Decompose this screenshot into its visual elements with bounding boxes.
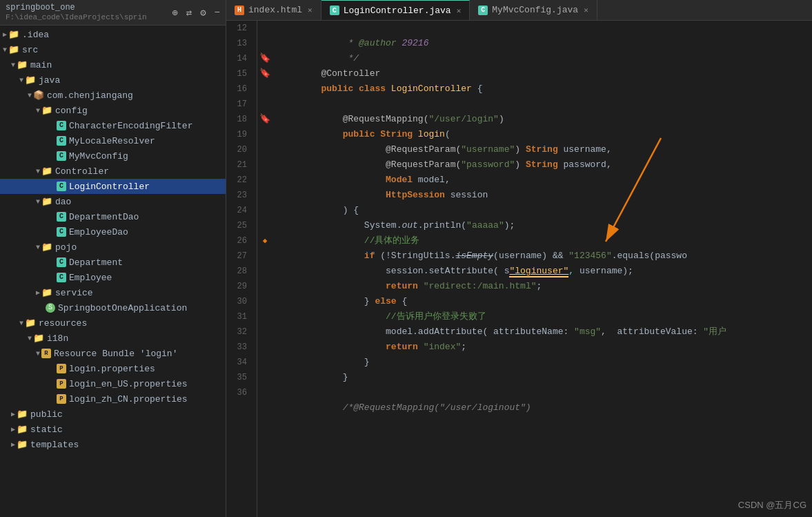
- sidebar-item-label: Department: [69, 257, 123, 268]
- sidebar-item-dept-dao[interactable]: C DepartmentDao: [0, 209, 226, 224]
- sidebar-item-bundle[interactable]: ▼ R Resource Bundle 'login': [0, 346, 226, 361]
- sidebar-item-label: main: [30, 60, 52, 70]
- java-file-icon: C: [57, 257, 66, 267]
- sidebar-item-emp-dao[interactable]: C EmployeeDao: [0, 224, 226, 240]
- folder-icon: 📁: [41, 196, 52, 207]
- add-icon[interactable]: ⊕: [172, 7, 177, 19]
- sidebar-item-label: java: [39, 75, 60, 86]
- sidebar-item-label: login_en_US.properties: [69, 379, 188, 389]
- folder-icon: 📁: [17, 424, 28, 435]
- sidebar-item-public[interactable]: ▶ 📁 public: [0, 407, 226, 422]
- sidebar-item-label: service: [55, 288, 93, 298]
- tab-index[interactable]: H index.html ✕: [226, 0, 321, 20]
- folder-icon: 📁: [17, 59, 28, 70]
- arrow-icon: ▼: [3, 46, 7, 54]
- java-file-icon: C: [57, 182, 66, 191]
- sidebar-item-app[interactable]: S SpringbootOneApplication: [0, 300, 226, 315]
- sidebar-header: springboot_one F:\idea_code\IdeaProjects…: [0, 0, 226, 26]
- sidebar-item-login-en[interactable]: P login_en_US.properties: [0, 376, 226, 391]
- tab-close-btn[interactable]: ✕: [584, 6, 588, 14]
- folder-icon: 📁: [25, 75, 36, 86]
- arrow-icon: ▼: [36, 168, 40, 175]
- sidebar-item-label: config: [55, 106, 88, 116]
- folder-icon: 📁: [17, 439, 28, 450]
- sidebar-item-resources[interactable]: ▼ 📁 resources: [0, 315, 226, 331]
- arrow-icon: ▼: [11, 61, 15, 69]
- html-file-icon: H: [235, 6, 244, 15]
- sidebar-item-label: public: [30, 409, 63, 420]
- sidebar-item-label: dao: [55, 197, 71, 207]
- tab-close-btn[interactable]: ✕: [308, 6, 313, 14]
- spring-icon: S: [46, 303, 55, 313]
- gutter: 🔖 🔖 🔖 ◆: [257, 21, 273, 517]
- sidebar-item-label: Resource Bundle 'login': [54, 349, 177, 359]
- code-content[interactable]: * @author 29216 */ @Controller public cl…: [273, 21, 812, 517]
- sidebar-item-main[interactable]: ▼ 📁 main: [0, 57, 226, 72]
- sidebar-item-login-props[interactable]: P login.properties: [0, 361, 226, 376]
- sidebar-item-label: .idea: [22, 30, 49, 40]
- sidebar-item-java[interactable]: ▼ 📁 java: [0, 72, 226, 88]
- java-file-icon: C: [57, 273, 66, 282]
- sidebar-item-label: resources: [39, 318, 87, 329]
- sidebar-item-controller-folder[interactable]: ▼ 📁 Controller: [0, 164, 226, 179]
- tab-login-controller[interactable]: C LoginController.java ✕: [321, 0, 471, 20]
- sidebar-item-employee[interactable]: C Employee: [0, 270, 226, 285]
- folder-icon: 📁: [17, 409, 28, 420]
- sidebar-item-label: MyMvcConfig: [69, 151, 128, 162]
- minimize-icon[interactable]: −: [215, 7, 220, 18]
- settings-icon[interactable]: ⚙: [200, 7, 206, 19]
- sidebar-item-i18n[interactable]: ▼ 📁 i18n: [0, 331, 226, 346]
- sidebar-item-label: EmployeeDao: [69, 227, 128, 237]
- tab-label: index.html: [248, 5, 302, 15]
- code-line-12: * @author 29216: [278, 21, 806, 36]
- sidebar-item-label: i18n: [47, 333, 68, 344]
- sidebar-item-login-zh[interactable]: P login_zh_CN.properties: [0, 391, 226, 407]
- sidebar-item-src[interactable]: ▼ 📁 src: [0, 42, 226, 57]
- folder-icon: 📁: [8, 44, 19, 55]
- package-icon: 📦: [33, 90, 44, 101]
- swap-icon[interactable]: ⇄: [186, 7, 192, 19]
- sidebar-item-label: login_zh_CN.properties: [69, 394, 188, 404]
- code-line-35: [278, 370, 806, 385]
- editor-area: H index.html ✕ C LoginController.java ✕ …: [226, 0, 812, 517]
- bundle-icon: R: [41, 349, 51, 358]
- sidebar-item-label: DepartmentDao: [69, 212, 139, 222]
- sidebar-item-label: LoginController: [69, 182, 150, 192]
- arrow-icon: ▶: [11, 425, 15, 433]
- sidebar-item-login-controller[interactable]: C LoginController: [0, 179, 226, 194]
- sidebar-item-label: pojo: [55, 242, 77, 253]
- sidebar-item-label: MyLocaleResolver: [69, 136, 155, 146]
- properties-icon: P: [57, 379, 66, 389]
- arrow-icon: ▼: [19, 77, 23, 84]
- line-numbers: 12 13 14 15 16 17 18 19 20 21 22 23 24 2…: [226, 21, 257, 517]
- project-tree: ▶ 📁 .idea ▼ 📁 src ▼ 📁 main ▼ 📁 java: [0, 26, 226, 453]
- sidebar-item-label: SpringbootOneApplication: [58, 303, 187, 313]
- sidebar-item-package[interactable]: ▼ 📦 com.chenjiangang: [0, 88, 226, 103]
- sidebar-item-department[interactable]: C Department: [0, 255, 226, 270]
- java-file-icon: C: [57, 136, 66, 146]
- arrow-icon: ▶: [11, 440, 15, 449]
- sidebar-item-label: src: [22, 45, 38, 55]
- sidebar-item-templates[interactable]: ▶ 📁 templates: [0, 437, 226, 452]
- tab-close-btn[interactable]: ✕: [457, 6, 462, 15]
- properties-icon: P: [57, 394, 66, 404]
- sidebar-item-static[interactable]: ▶ 📁 static: [0, 422, 226, 437]
- arrow-icon: ▼: [36, 350, 40, 358]
- sidebar-item-dao[interactable]: ▼ 📁 dao: [0, 194, 226, 209]
- code-editor[interactable]: 12 13 14 15 16 17 18 19 20 21 22 23 24 2…: [226, 21, 812, 517]
- arrow-icon: ▼: [36, 198, 40, 206]
- arrow-icon: ▼: [36, 244, 40, 251]
- folder-icon: 📁: [41, 105, 52, 116]
- tab-label: LoginController.java: [344, 6, 451, 16]
- sidebar-item-locale[interactable]: C MyLocaleResolver: [0, 133, 226, 148]
- sidebar-item-pojo[interactable]: ▼ 📁 pojo: [0, 240, 226, 255]
- java-file-icon: C: [330, 6, 339, 15]
- arrow-icon: ▶: [36, 289, 40, 297]
- file-tree: springboot_one F:\idea_code\IdeaProjects…: [0, 0, 226, 517]
- sidebar-item-service[interactable]: ▶ 📁 service: [0, 285, 226, 300]
- tab-mymvc[interactable]: C MyMvcConfig.java ✕: [470, 0, 597, 20]
- sidebar-item-idea[interactable]: ▶ 📁 .idea: [0, 27, 226, 42]
- sidebar-item-mymvc[interactable]: C MyMvcConfig: [0, 148, 226, 164]
- sidebar-item-char-filter[interactable]: C CharacterEncodingFilter: [0, 118, 226, 133]
- sidebar-item-config[interactable]: ▼ 📁 config: [0, 103, 226, 118]
